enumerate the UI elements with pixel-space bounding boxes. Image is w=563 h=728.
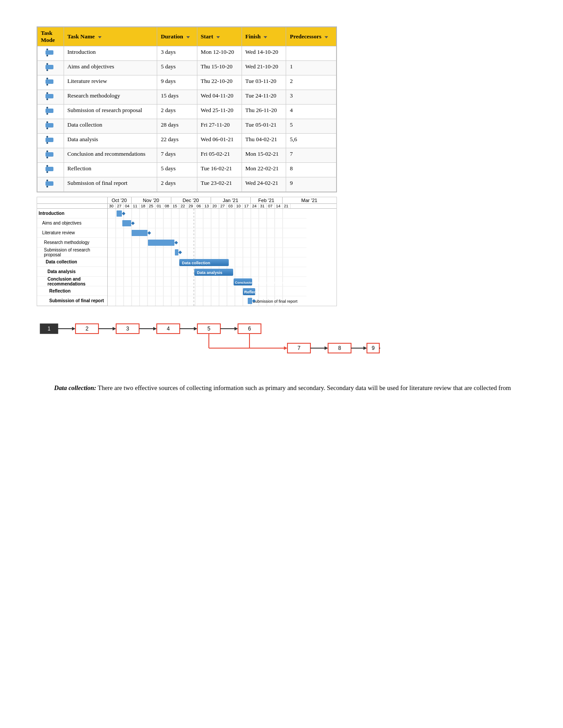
task-mode-cell-5 <box>37 119 64 134</box>
network-node-3-label: 3 <box>126 326 129 332</box>
week-24feb: 24 <box>251 204 259 208</box>
gantt-label-conclusion: Conclusion and recommendations <box>37 277 107 286</box>
taskname-filter-arrow[interactable] <box>98 36 102 38</box>
task-start-cell-6: Wed 06-01-21 <box>197 134 242 148</box>
arrowhead-7-8 <box>325 346 328 350</box>
task-duration-cell-9: 2 days <box>157 177 197 192</box>
svg-point-26 <box>46 171 48 173</box>
text-content-section: Data collection: There are two effective… <box>37 383 527 393</box>
task-pred-cell-5: 5 <box>286 119 336 134</box>
task-name-cell-9: Submission of final report <box>64 177 157 192</box>
task-mode-icon-7 <box>45 150 55 158</box>
task-duration-cell-8: 5 days <box>157 163 197 177</box>
svg-point-5 <box>46 69 48 71</box>
svg-point-25 <box>46 165 48 167</box>
task-duration-cell-6: 22 days <box>157 134 197 148</box>
col-header-taskname: Task Name <box>64 27 157 46</box>
svg-point-13 <box>46 107 48 109</box>
milestone-literature <box>147 231 151 235</box>
task-pred-cell-8: 8 <box>286 163 336 177</box>
col-header-finish: Finish <box>242 27 286 46</box>
task-mode-cell-7 <box>37 148 64 163</box>
table-row: Aims and objectives5 daysThu 15-10-20Wed… <box>37 61 336 75</box>
svg-point-8 <box>46 84 48 86</box>
task-mode-cell-4 <box>37 105 64 119</box>
bold-italic-label: Data collection: <box>54 384 96 391</box>
week-17feb: 17 <box>243 204 251 208</box>
svg-point-4 <box>46 63 48 65</box>
table-row: Reflection5 daysTue 16-02-21Mon 22-02-21… <box>37 163 336 177</box>
network-node-2-label: 2 <box>85 326 88 332</box>
task-start-cell-5: Fri 27-11-20 <box>197 119 242 134</box>
week-30: 30 <box>108 204 116 208</box>
week-07mar: 07 <box>267 204 275 208</box>
task-finish-cell-7: Mon 15-02-21 <box>242 148 286 163</box>
week-14mar: 14 <box>275 204 283 208</box>
table-row: Introduction3 daysMon 12-10-20Wed 14-10-… <box>37 46 336 61</box>
svg-rect-24 <box>45 167 53 171</box>
task-duration-cell-1: 5 days <box>157 61 197 75</box>
start-filter-arrow[interactable] <box>216 36 220 38</box>
task-mode-icon-1 <box>45 63 55 71</box>
arrowhead-8-9 <box>363 346 367 350</box>
svg-rect-27 <box>45 181 53 186</box>
finish-filter-arrow[interactable] <box>264 36 267 38</box>
gantt-label-submission-proposal: Submission of research proposal <box>37 248 107 257</box>
svg-point-20 <box>46 142 48 144</box>
task-mode-icon-0 <box>45 49 55 56</box>
table-row: Data analysis22 daysWed 06-01-21Thu 04-0… <box>37 134 336 148</box>
gantt-label-introduction: Introduction <box>37 209 107 218</box>
svg-point-14 <box>46 113 48 115</box>
gantt-chart-section: Oct '20 Nov '20 Dec '20 Jan '21 Feb '21 … <box>37 197 337 306</box>
task-finish-cell-4: Thu 26-11-20 <box>242 105 286 119</box>
gantt-label-aims: Aims and objectives <box>37 218 107 228</box>
week-31jan: 31 <box>259 204 267 208</box>
svg-rect-6 <box>45 79 53 84</box>
gantt-bars-svg-container: Data collection Data analysis Conclusion… <box>108 209 336 306</box>
pred-filter-arrow[interactable] <box>325 36 328 38</box>
task-mode-icon-2 <box>45 78 55 86</box>
week-04nov: 04 <box>124 204 132 208</box>
week-22dec: 22 <box>179 204 187 208</box>
svg-point-7 <box>46 78 48 79</box>
milestone-research-meth <box>174 241 178 244</box>
col-header-taskmode: TaskMode <box>37 27 64 46</box>
week-11nov: 11 <box>132 204 140 208</box>
task-pred-cell-2: 2 <box>286 75 336 90</box>
arrowhead-to-7 <box>284 346 287 350</box>
svg-rect-3 <box>45 65 53 69</box>
network-node-8-label: 8 <box>338 345 341 351</box>
arrowhead-1-2 <box>72 327 76 330</box>
week-20jan: 20 <box>211 204 219 208</box>
svg-point-23 <box>46 157 48 158</box>
table-row: Submission of research proposal2 daysWed… <box>37 105 336 119</box>
arrowhead-5-6 <box>234 327 238 330</box>
svg-point-11 <box>46 98 48 100</box>
svg-point-16 <box>46 121 48 123</box>
duration-filter-arrow[interactable] <box>186 36 190 38</box>
task-finish-cell-2: Tue 03-11-20 <box>242 75 286 90</box>
network-node-7-label: 7 <box>297 345 300 351</box>
month-dec20: Dec '20 <box>171 197 211 203</box>
week-15dec: 15 <box>171 204 179 208</box>
week-01dec: 01 <box>155 204 163 208</box>
svg-rect-18 <box>45 138 53 142</box>
arrowhead-4-5 <box>194 327 197 330</box>
task-name-cell-4: Submission of research proposal <box>64 105 157 119</box>
table-row: Data collection28 daysFri 27-11-20Tue 05… <box>37 119 336 134</box>
table-row: Literature review9 daysThu 22-10-20Tue 0… <box>37 75 336 90</box>
task-start-cell-8: Tue 16-02-21 <box>197 163 242 177</box>
network-diagram: 1 2 3 4 5 <box>37 315 381 374</box>
week-03feb: 03 <box>227 204 235 208</box>
gantt-weeks-cols: 30 27 04 11 18 25 01 08 15 22 29 06 13 2… <box>108 204 336 208</box>
task-start-cell-7: Fri 05-02-21 <box>197 148 242 163</box>
month-mar21: Mar '21 <box>283 197 336 203</box>
task-finish-cell-3: Tue 24-11-20 <box>242 90 286 105</box>
bar-submission-final <box>248 298 252 304</box>
gantt-body: Introduction Aims and objectives Literat… <box>37 209 336 306</box>
week-25nov: 25 <box>147 204 155 208</box>
col-header-duration: Duration <box>157 27 197 46</box>
table-row: Conclusion and recommendations7 daysFri … <box>37 148 336 163</box>
task-start-cell-4: Wed 25-11-20 <box>197 105 242 119</box>
task-mode-icon-6 <box>45 136 55 144</box>
